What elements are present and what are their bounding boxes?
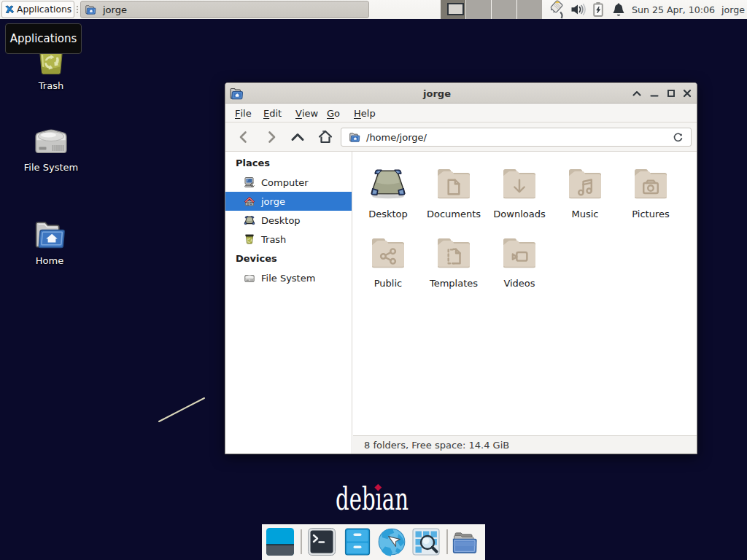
- sidebar-item-label: File System: [261, 273, 315, 284]
- terminal-launcher[interactable]: [307, 527, 336, 556]
- workspace-switcher: [441, 0, 542, 19]
- up-button[interactable]: [289, 128, 306, 146]
- window-icon: [229, 86, 244, 101]
- downloads-folder-icon: [500, 163, 538, 201]
- home-folder-icon: [32, 217, 67, 252]
- home-icon: [244, 195, 255, 207]
- menu-edit[interactable]: Edit: [263, 104, 282, 122]
- volume-icon[interactable]: [570, 0, 586, 19]
- shade-button[interactable]: [631, 88, 643, 99]
- drive-icon: [244, 272, 255, 284]
- workspace-window-miniature: [447, 3, 464, 15]
- desktop-icon-home[interactable]: Home: [15, 217, 85, 266]
- side-pane: Places Computer jorge: [225, 152, 352, 454]
- applications-menu-label: Applications: [17, 4, 71, 15]
- back-button[interactable]: [235, 128, 252, 146]
- notifications-icon[interactable]: [611, 0, 626, 19]
- statusbar: 8 folders, Free space: 14.4 GiB: [353, 435, 697, 454]
- statusbar-text: 8 folders, Free space: 14.4 GiB: [364, 440, 509, 451]
- file-videos[interactable]: Videos: [489, 233, 550, 289]
- location-path[interactable]: /home/jorge/: [366, 132, 427, 143]
- file-label: Desktop: [368, 209, 408, 219]
- file-label: Music: [572, 209, 599, 219]
- window-title: jorge: [349, 83, 525, 104]
- show-desktop-button[interactable]: [266, 527, 295, 556]
- menu-help[interactable]: Help: [354, 104, 376, 122]
- file-documents[interactable]: Documents: [423, 163, 484, 219]
- file-pictures[interactable]: Pictures: [620, 163, 681, 219]
- sidebar-item-label: jorge: [261, 196, 285, 207]
- debian-logo: debıan: [336, 483, 452, 516]
- location-folder-icon: [349, 131, 360, 143]
- directory-menu-button[interactable]: [452, 527, 481, 556]
- menubar: File Edit View Go Help: [225, 104, 697, 122]
- file-templates[interactable]: Templates: [423, 233, 484, 289]
- close-button[interactable]: [681, 88, 693, 99]
- places-header: Places: [236, 153, 270, 172]
- location-bar[interactable]: /home/jorge/: [341, 128, 692, 147]
- workspace-2[interactable]: [466, 0, 492, 19]
- workspace-4[interactable]: [517, 0, 542, 19]
- taskbar-button-jorge[interactable]: jorge: [80, 1, 369, 18]
- file-manager-launcher[interactable]: [343, 527, 372, 556]
- sidebar-item-label: Trash: [261, 234, 286, 245]
- desktop-icon-file-system[interactable]: File System: [16, 124, 86, 173]
- workspace-1[interactable]: [441, 0, 466, 19]
- desktop-screen: Trash File System Home debıan jorge: [0, 0, 747, 560]
- sidebar-item-computer[interactable]: Computer: [225, 173, 352, 192]
- menu-file[interactable]: File: [235, 104, 252, 122]
- minimize-button[interactable]: [649, 88, 660, 99]
- app-finder-launcher[interactable]: [411, 527, 441, 556]
- desktop-icon: [244, 214, 255, 226]
- forward-button[interactable]: [263, 128, 280, 146]
- bottom-dock: [262, 524, 485, 560]
- user-menu[interactable]: jorge: [721, 0, 745, 19]
- documents-folder-icon: [435, 163, 473, 201]
- menu-go[interactable]: Go: [327, 104, 340, 122]
- web-browser-launcher[interactable]: [375, 527, 409, 556]
- pictures-folder-icon: [632, 163, 670, 201]
- applications-tooltip: Applications: [5, 23, 82, 54]
- file-label: Templates: [430, 278, 478, 289]
- desktop-icon-label: Trash: [39, 80, 63, 91]
- debian-logo-text: debıan: [336, 483, 409, 515]
- file-label: Videos: [503, 278, 535, 289]
- applications-menu-button[interactable]: Applications: [1, 1, 74, 18]
- panel-handle[interactable]: [75, 0, 80, 19]
- home-button[interactable]: [317, 128, 334, 146]
- file-label: Downloads: [493, 209, 545, 219]
- workspace-3[interactable]: [492, 0, 517, 19]
- sidebar-item-trash[interactable]: Trash: [225, 230, 352, 249]
- sidebar-item-label: Computer: [261, 177, 309, 188]
- templates-folder-icon: [435, 233, 473, 271]
- top-panel: Applications jorge: [0, 0, 747, 19]
- maximize-button[interactable]: [665, 88, 677, 99]
- battery-icon[interactable]: [591, 0, 605, 19]
- taskbar-button-label: jorge: [103, 4, 127, 15]
- tooltip-text: Applications: [10, 32, 77, 45]
- file-music[interactable]: Music: [554, 163, 616, 219]
- sidebar-item-file-system[interactable]: File System: [225, 268, 352, 287]
- file-label: Pictures: [632, 209, 669, 219]
- clock[interactable]: Sun 25 Apr, 10:06: [632, 0, 715, 19]
- file-desktop[interactable]: Desktop: [357, 163, 419, 219]
- task-window-icon: [85, 4, 96, 15]
- reload-icon[interactable]: [673, 132, 684, 143]
- power-manager-icon[interactable]: [549, 0, 564, 19]
- file-downloads[interactable]: Downloads: [489, 163, 550, 219]
- window-titlebar[interactable]: jorge: [225, 83, 697, 104]
- desktop-icon: [369, 163, 407, 201]
- desktop-icon-label: Home: [36, 255, 63, 266]
- xfce-logo-icon: [4, 4, 15, 15]
- trash-icon: [244, 233, 255, 245]
- public-folder-icon: [369, 233, 407, 271]
- videos-folder-icon: [500, 233, 538, 271]
- sidebar-item-jorge[interactable]: jorge: [225, 192, 352, 211]
- toolbar: /home/jorge/: [225, 122, 697, 152]
- sidebar-item-desktop[interactable]: Desktop: [225, 211, 352, 230]
- file-view: Desktop Documents Downloads: [353, 152, 697, 435]
- file-public[interactable]: Public: [357, 233, 419, 289]
- menu-view[interactable]: View: [295, 104, 318, 122]
- file-label: Documents: [427, 209, 481, 219]
- desktop-icon-label: File System: [24, 162, 78, 173]
